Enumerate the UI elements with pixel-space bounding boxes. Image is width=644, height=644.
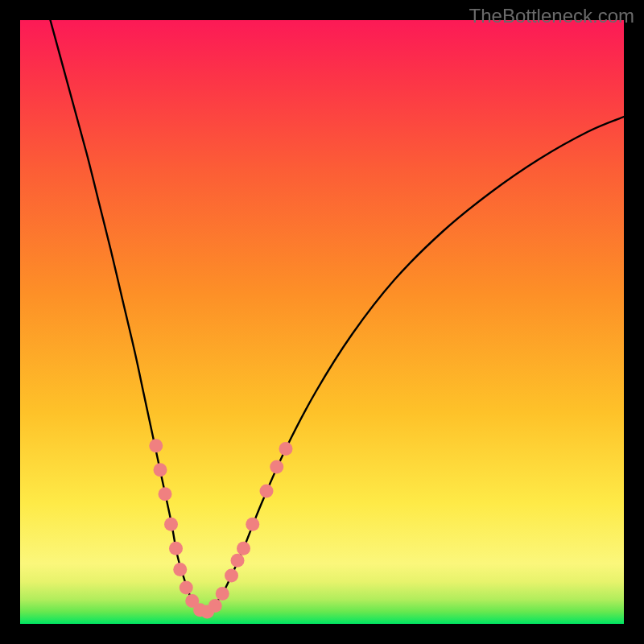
data-point-marker (173, 563, 187, 576)
data-point-marker (169, 542, 183, 555)
data-point-marker (279, 442, 293, 456)
data-point-marker (260, 485, 274, 498)
data-point-marker (159, 487, 172, 501)
data-point-marker (237, 542, 250, 555)
bottleneck-curve (20, 20, 624, 624)
watermark-text: TheBottleneck.com (469, 5, 634, 27)
plot-area (20, 20, 624, 624)
data-point-marker (164, 518, 178, 531)
data-point-marker (270, 460, 283, 474)
data-point-marker (149, 439, 163, 452)
data-point-marker (216, 587, 229, 601)
data-point-marker (208, 599, 222, 613)
data-point-marker (180, 581, 193, 595)
data-point-marker (246, 518, 259, 531)
data-point-marker (225, 569, 238, 583)
chart-container: TheBottleneck.com (0, 0, 644, 644)
data-point-marker (154, 463, 167, 477)
data-point-marker (231, 554, 245, 568)
